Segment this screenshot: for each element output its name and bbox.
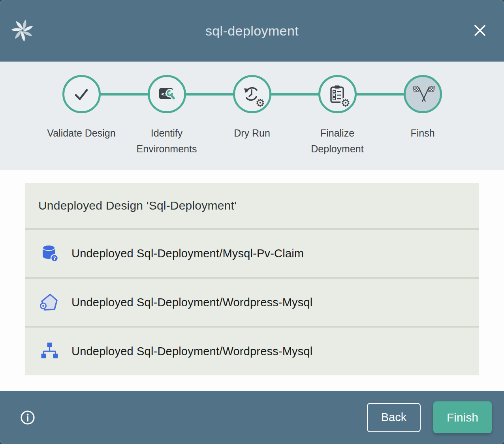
- step-identify-environments: <> Identify Environments: [124, 75, 209, 157]
- close-button[interactable]: [471, 21, 489, 39]
- clipboard-checklist-icon: ⚙: [327, 84, 347, 104]
- list-item-text: Undeployed Sql-Deployment/Wordpress-Mysq…: [71, 296, 312, 309]
- svg-text:?: ?: [53, 256, 56, 261]
- step-dry-run: ⚙ Dry Run: [209, 75, 295, 157]
- step-label: Identify Environments: [129, 126, 204, 157]
- info-button[interactable]: [20, 410, 36, 425]
- list-item: Undeployed Sql-Deployment/Wordpress-Mysq…: [25, 326, 479, 375]
- database-question-icon: ?: [39, 244, 59, 263]
- deployment-wizard-modal: sql-deployment: [0, 0, 504, 444]
- step-finish-circle[interactable]: [404, 75, 442, 113]
- list-item: ? Undeployed Sql-Deployment/Mysql-Pv-Cla…: [25, 228, 479, 277]
- stepper: Validate Design <>: [0, 62, 504, 170]
- finish-button[interactable]: Finish: [433, 401, 492, 433]
- step-label: Finalize Deployment: [300, 126, 375, 157]
- code-window-wrench-icon: <>: [157, 84, 177, 104]
- step-identify-environments-circle[interactable]: <>: [148, 75, 186, 113]
- modal-header: sql-deployment: [0, 0, 504, 62]
- checkered-flags-icon: [413, 84, 433, 104]
- info-icon: [20, 421, 36, 427]
- close-icon: [471, 35, 489, 41]
- undeployed-summary-panel: Undeployed Design 'Sql-Deployment' ? Und…: [25, 183, 479, 375]
- step-finish: Finsh: [380, 75, 465, 157]
- pentagon-badge-icon: [39, 292, 59, 312]
- list-item-text: Undeployed Sql-Deployment/Mysql-Pv-Claim: [71, 247, 304, 260]
- step-finalize-deployment: ⚙ Finalize Deployment: [295, 75, 380, 157]
- panel-header-text: Undeployed Design 'Sql-Deployment': [25, 183, 479, 228]
- modal-title: sql-deployment: [205, 23, 299, 39]
- step-validate-design-circle[interactable]: [62, 75, 101, 113]
- step-validate-design: Validate Design: [39, 75, 124, 157]
- hierarchy-icon: [39, 341, 59, 361]
- step-label: Dry Run: [234, 126, 270, 141]
- list-item-text: Undeployed Sql-Deployment/Wordpress-Mysq…: [71, 345, 312, 358]
- step-label: Finsh: [410, 126, 434, 141]
- modal-footer: Back Finish: [0, 391, 504, 444]
- gear-icon: ⚙: [340, 97, 351, 108]
- step-finalize-deployment-circle[interactable]: ⚙: [318, 75, 357, 113]
- step-label: Validate Design: [47, 126, 115, 141]
- check-icon: [71, 84, 91, 104]
- back-button[interactable]: Back: [367, 403, 421, 432]
- step-dry-run-circle[interactable]: ⚙: [233, 75, 271, 113]
- meshery-logo-icon: [10, 18, 35, 43]
- list-item: Undeployed Sql-Deployment/Wordpress-Mysq…: [25, 277, 479, 326]
- gear-icon: ⚙: [255, 97, 265, 108]
- redeploy-icon: ⚙: [242, 84, 262, 104]
- wizard-body: Undeployed Design 'Sql-Deployment' ? Und…: [0, 170, 504, 391]
